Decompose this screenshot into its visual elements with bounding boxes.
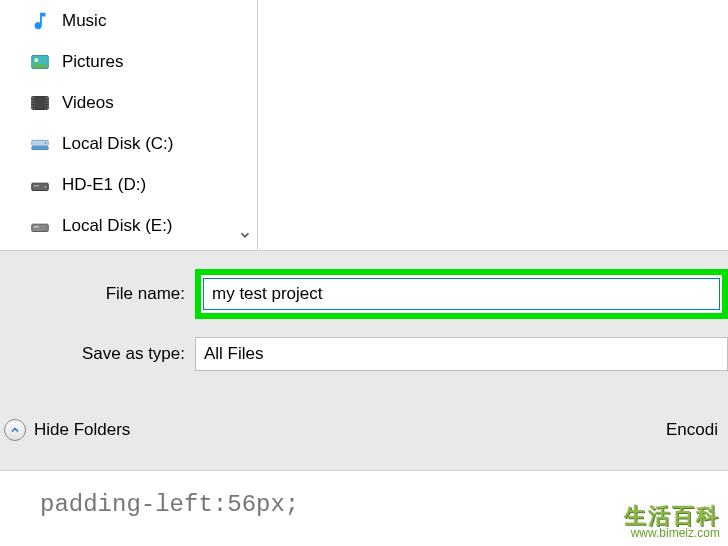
filename-highlight	[195, 269, 728, 319]
sidebar-item-music[interactable]: Music	[0, 0, 257, 41]
svg-point-15	[45, 142, 47, 144]
sidebar-item-label: HD-E1 (D:)	[62, 175, 146, 195]
svg-rect-5	[33, 98, 34, 99]
hide-folders-button[interactable]: Hide Folders	[4, 419, 130, 441]
sidebar-item-videos[interactable]: Videos	[0, 82, 257, 123]
sidebar-item-label: Local Disk (E:)	[62, 216, 173, 236]
svg-rect-14	[32, 146, 49, 149]
svg-rect-10	[46, 101, 47, 102]
sidebar-item-label: Music	[62, 11, 106, 31]
videos-icon	[28, 91, 52, 115]
filename-input[interactable]	[203, 278, 720, 310]
sidebar-item-disk-c[interactable]: Local Disk (C:)	[0, 123, 257, 164]
sidebar-item-label: Pictures	[62, 52, 123, 72]
encoding-label: Encodi	[666, 420, 718, 440]
disk-icon	[28, 132, 52, 156]
music-icon	[28, 9, 52, 33]
svg-rect-6	[33, 101, 34, 102]
file-list-panel	[258, 0, 728, 250]
background-code-panel: padding-left:56px;	[0, 470, 728, 546]
scroll-down-button[interactable]	[235, 225, 255, 245]
svg-point-20	[45, 226, 47, 228]
disk-icon	[28, 214, 52, 238]
save-fields-panel: File name: Save as type: All Files Hide …	[0, 250, 728, 470]
filename-label: File name:	[0, 284, 195, 304]
savetype-select[interactable]: All Files	[195, 337, 728, 371]
savetype-value: All Files	[204, 344, 264, 364]
disk-icon	[28, 173, 52, 197]
svg-rect-7	[33, 103, 34, 104]
chevron-up-icon	[4, 419, 26, 441]
svg-rect-12	[46, 106, 47, 107]
svg-rect-21	[34, 226, 40, 228]
sidebar-item-label: Local Disk (C:)	[62, 134, 173, 154]
pictures-icon	[28, 50, 52, 74]
svg-rect-8	[33, 106, 34, 107]
svg-rect-9	[46, 98, 47, 99]
sidebar-item-disk-e[interactable]: Local Disk (E:)	[0, 205, 257, 246]
svg-point-17	[45, 185, 47, 187]
savetype-label: Save as type:	[0, 344, 195, 364]
code-line: padding-left:56px;	[0, 491, 728, 518]
svg-point-1	[35, 58, 39, 62]
sidebar-item-pictures[interactable]: Pictures	[0, 41, 257, 82]
svg-rect-11	[46, 103, 47, 104]
sidebar-item-disk-d[interactable]: HD-E1 (D:)	[0, 164, 257, 205]
hide-folders-label: Hide Folders	[34, 420, 130, 440]
sidebar-item-label: Videos	[62, 93, 114, 113]
svg-rect-18	[34, 185, 40, 187]
